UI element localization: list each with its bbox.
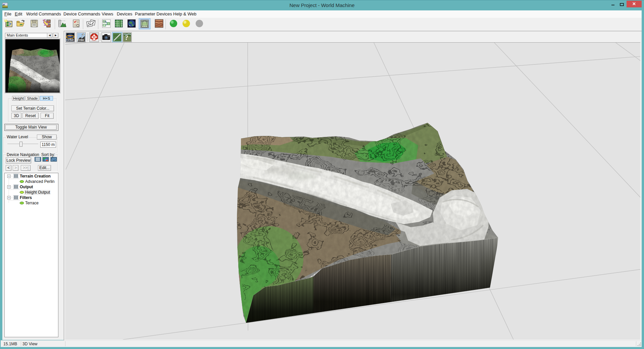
svg-text:Reset: Reset: [90, 38, 99, 42]
svg-text:Free: Free: [78, 38, 84, 42]
svg-text:Orbit: Orbit: [66, 38, 74, 42]
svg-text:?: ?: [125, 34, 128, 41]
svg-text:TER: TER: [103, 21, 106, 22]
